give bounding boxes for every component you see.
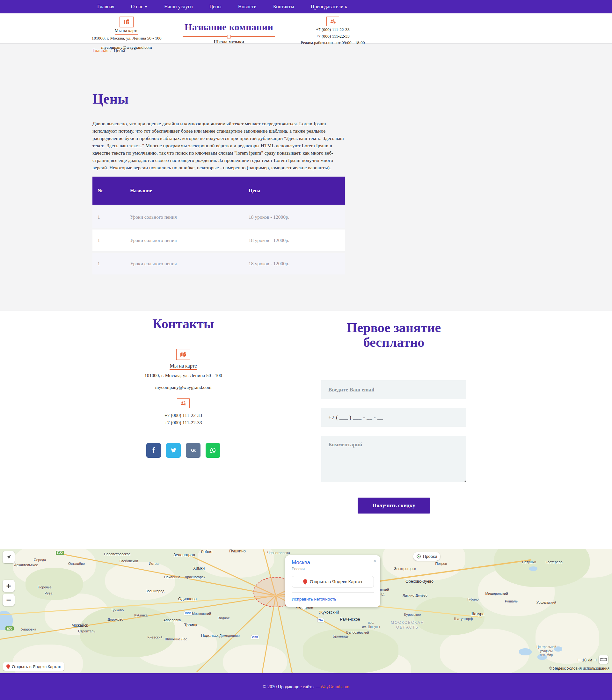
- table-cell: Уроки сольного пения: [130, 229, 249, 251]
- contacts-and-form: Контакты Мы на карте 101000, г. Москва, …: [0, 311, 612, 549]
- column-price: Цена: [249, 177, 345, 205]
- facebook-icon: f: [152, 446, 155, 455]
- contacts-title: Контакты: [100, 317, 266, 331]
- zoom-in-button[interactable]: +: [2, 580, 15, 592]
- nav-item-news[interactable]: Новости: [238, 4, 256, 10]
- close-icon[interactable]: ×: [373, 558, 376, 564]
- nav-item-services[interactable]: Наши услуги: [164, 4, 193, 10]
- airport-badge: ZIA: [318, 618, 324, 622]
- nav-item-contacts[interactable]: Контакты: [273, 4, 294, 10]
- header-address: 101000, г. Москва, ул. Ленина 50 - 100: [88, 35, 165, 41]
- map-link[interactable]: Мы на карте: [115, 27, 139, 35]
- get-discount-button[interactable]: Получить скидку: [358, 498, 430, 514]
- map-place-label: Черноголовка: [267, 551, 290, 555]
- main-content: Главная/Цены Цены Давно выяснено, что пр…: [0, 44, 612, 311]
- traffic-button-label: Пробки: [423, 554, 437, 559]
- map-pin-icon: [6, 664, 10, 669]
- traffic-button[interactable]: Пробки: [413, 552, 440, 561]
- table-cell: 1: [93, 253, 130, 275]
- email-field[interactable]: [321, 380, 466, 399]
- lead-form-section: Первое занятие бесплатно Получить скидку: [306, 311, 612, 549]
- map-place-label: Белоозёрский: [346, 630, 369, 635]
- vk-button[interactable]: [186, 443, 200, 458]
- table-cell: 18 уроков - 12000р.: [249, 206, 345, 228]
- company-tagline: Школа музыки: [179, 38, 278, 45]
- traffic-icon: [416, 554, 421, 559]
- map-place-label: Зеленоград: [173, 553, 195, 558]
- map-place-label: Нахабино: [164, 575, 180, 579]
- road-number-badge: E30: [5, 626, 14, 630]
- map-place-label: Тучково: [111, 608, 124, 613]
- map-place-label: Уваровка: [21, 627, 36, 632]
- map-place-label: Рошаль: [505, 599, 518, 604]
- map-place-label: Можайск: [71, 623, 88, 628]
- whatsapp-button[interactable]: [206, 443, 220, 458]
- table-row: 1Уроки сольного пения18 уроков - 12000р.: [93, 229, 345, 251]
- popup-city-link[interactable]: Москва: [292, 559, 310, 565]
- map-popup: × Москва Россия Открыть в Яндекс.Картах …: [285, 555, 380, 607]
- header-phone-block: +7 (000) 111-22-33 +7 (000) 111-22-33 Ре…: [296, 17, 370, 51]
- map-link[interactable]: Мы на карте: [170, 363, 197, 370]
- nav-item-about[interactable]: О нас▼: [131, 4, 148, 10]
- open-in-yandex-maps-button[interactable]: Открыть в Яндекс.Картах: [292, 576, 374, 587]
- zoom-out-button[interactable]: −: [2, 594, 15, 606]
- map-place-label: Орехово-Зуево: [405, 579, 433, 584]
- brand-block: Название компании Школа музыки: [179, 17, 278, 51]
- ruler-button[interactable]: [599, 655, 608, 664]
- map-marker-icon: [176, 349, 190, 360]
- brand-divider: [183, 36, 275, 37]
- intro-paragraph: Давно выяснено, что при оценке дизайна и…: [93, 120, 346, 171]
- map-place-label: пос. им. Цюрупы: [362, 621, 380, 629]
- map-place-label: Уршельский: [537, 601, 556, 605]
- map-place-label: Троицк: [184, 623, 197, 628]
- site-footer: © 2020 Продающие сайты — WayGrand.com: [0, 673, 612, 700]
- breadcrumb-home-link[interactable]: Главная: [93, 48, 108, 53]
- footer-text: © 2020 Продающие сайты —: [263, 684, 320, 689]
- airport-badge: OSF: [251, 635, 259, 639]
- breadcrumb-current: Цены: [114, 48, 125, 53]
- column-number: №: [93, 177, 130, 205]
- popup-divider: [292, 592, 374, 592]
- facebook-button[interactable]: f: [146, 443, 161, 458]
- table-row: 1Уроки сольного пения18 уроков - 12000р.: [93, 206, 345, 228]
- table-cell: 1: [93, 229, 130, 251]
- nav-item-home[interactable]: Главная: [97, 4, 114, 10]
- twitter-icon: [170, 447, 177, 454]
- scale-tick-left: ⊢: [578, 658, 582, 662]
- map-place-label: Петушки: [522, 560, 536, 564]
- map-scale: ⊢ 10 км ⊣: [578, 658, 597, 662]
- support-team-icon: [326, 17, 339, 26]
- map-place-label: Ликино-Дулёво: [403, 593, 428, 598]
- map[interactable]: + − Пробки × Москва Россия Открыть в Янд…: [0, 549, 612, 673]
- contact-phone-2: +7 (000) 111-22-33: [100, 419, 266, 426]
- map-place-label: Новопетровское: [104, 552, 130, 557]
- map-place-label: Мишеронский: [485, 592, 508, 596]
- terms-of-use-link[interactable]: Условия использования: [567, 666, 610, 671]
- map-place-label: Руза: [45, 591, 52, 596]
- table-cell: Уроки сольного пения: [130, 206, 249, 228]
- map-place-label: Поречье: [38, 585, 51, 590]
- nav-item-prices[interactable]: Цены: [209, 4, 222, 10]
- map-place-label: Покров: [435, 562, 447, 566]
- map-attribution: © Яндекс Условия использования: [549, 666, 610, 671]
- lead-form: Получить скидку: [321, 380, 466, 514]
- map-place-label: Химки: [193, 566, 205, 571]
- fix-inaccuracy-link[interactable]: Исправить неточность: [292, 597, 336, 602]
- whatsapp-icon: [209, 447, 217, 454]
- geolocate-button[interactable]: [2, 551, 15, 563]
- table-header-row: № Название Цена: [93, 177, 345, 205]
- comment-field[interactable]: [321, 436, 466, 482]
- phone-field[interactable]: [321, 408, 466, 427]
- header-phone-1: +7 (000) 111-22-33: [296, 26, 370, 33]
- map-place-label: Пушкино: [229, 549, 246, 554]
- map-place-label: Раменское: [340, 617, 360, 622]
- contact-phones: +7 (000) 111-22-33 +7 (000) 111-22-33: [100, 412, 266, 426]
- map-marker-icon: [120, 17, 134, 27]
- map-place-label: Бронницы: [333, 634, 349, 639]
- nav-item-teachers[interactable]: Преподаватели к: [311, 4, 347, 10]
- map-place-label: Видное: [218, 616, 230, 621]
- open-in-yandex-maps-badge[interactable]: Открыть в Яндекс.Картах: [3, 662, 64, 671]
- map-place-label: Истра: [149, 562, 159, 566]
- twitter-button[interactable]: [166, 443, 181, 458]
- waygrand-link[interactable]: WayGrand.com: [320, 684, 349, 689]
